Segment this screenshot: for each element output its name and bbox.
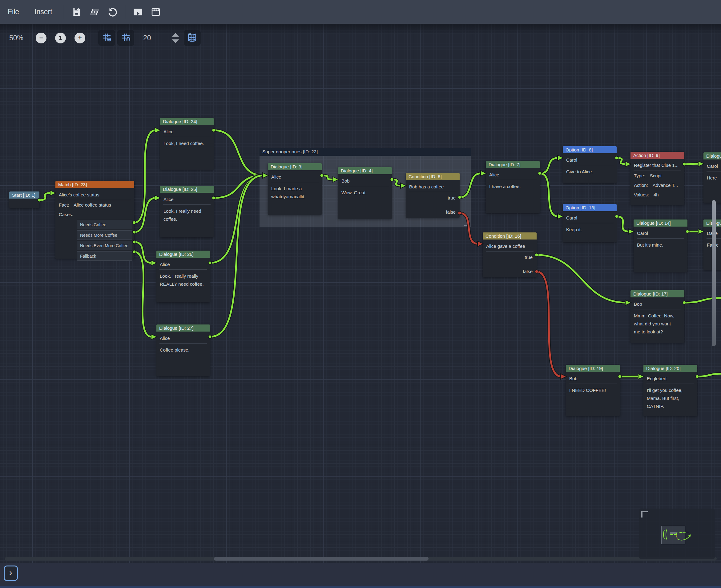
speaker-row: Alice bbox=[268, 171, 322, 182]
zoom-reset-button[interactable]: 1 bbox=[55, 33, 66, 43]
grid-visibility-icon bbox=[102, 32, 112, 43]
text-line: coffee. bbox=[164, 215, 210, 223]
node-dialogue-26[interactable]: Dialogue [ID: 26]AliceLook, I really rea… bbox=[156, 251, 210, 302]
node-option-8[interactable]: Option [ID: 8]CarolGive to Alice. bbox=[563, 146, 617, 183]
undo-button[interactable] bbox=[103, 3, 121, 21]
node-title[interactable]: Dialogue [ID: 27] bbox=[156, 324, 210, 332]
node-body: BobMmm. Coffee. Now,what did you wantme … bbox=[631, 297, 684, 336]
node-title[interactable]: Dialogue [ID: 7] bbox=[486, 161, 540, 168]
node-action-9[interactable]: Action [ID: 9]Register that Clue 1...Typ… bbox=[631, 152, 684, 205]
speaker-row: Bob bbox=[631, 299, 684, 309]
node-title[interactable]: Super dooper ones [ID: 22] bbox=[259, 148, 471, 156]
node-dialogue-19[interactable]: Dialogue [ID: 19]BobI NEED COFFEE! bbox=[566, 365, 620, 416]
node-title[interactable]: Dialogue [ID: 19] bbox=[566, 365, 620, 372]
snap-distance-value[interactable]: 20 bbox=[143, 34, 151, 42]
node-title[interactable]: Dialogue [ID: 25] bbox=[160, 186, 214, 193]
spinner-up-icon[interactable] bbox=[172, 33, 179, 37]
vertical-scrollbar-thumb[interactable] bbox=[712, 200, 716, 346]
graph-toolbar: 50% − 1 + 20 bbox=[9, 29, 203, 46]
text-line: whatdyamacallit. bbox=[271, 193, 318, 201]
node-dialogue-17[interactable]: Dialogue [ID: 17]BobMmm. Coffee. Now,wha… bbox=[631, 290, 684, 343]
spinner-down-icon[interactable] bbox=[172, 39, 179, 43]
case-row[interactable]: Fallback bbox=[77, 251, 132, 261]
node-dialogue-3[interactable]: Dialogue [ID: 3]AliceLook. I made awhatd… bbox=[268, 163, 322, 215]
node-body: AliceCoffee please. bbox=[156, 332, 210, 354]
horizontal-scrollbar[interactable] bbox=[5, 557, 717, 561]
node-condition-6[interactable]: Condition [ID: 6]Bob has a coffeetruefal… bbox=[406, 173, 460, 218]
node-title[interactable]: Dialogue [ID: 17] bbox=[631, 290, 684, 297]
chevron-right-icon: › bbox=[9, 568, 12, 578]
horizontal-scrollbar-thumb[interactable] bbox=[214, 557, 428, 561]
undo-icon bbox=[107, 7, 117, 17]
group-resize-handle[interactable] bbox=[464, 221, 469, 226]
grid-snap-icon bbox=[121, 32, 131, 43]
property-row: Action:Advance T... bbox=[631, 181, 684, 190]
speaker-row: Bob bbox=[566, 373, 620, 383]
node-dialogue-20[interactable]: Dialogue [ID: 20]EnglebertI'll get you c… bbox=[643, 365, 697, 416]
node-title[interactable]: Option [ID: 8] bbox=[563, 146, 617, 153]
case-row[interactable]: Needs Even More Coffee bbox=[77, 241, 132, 250]
case-row[interactable]: Needs More Coffee bbox=[77, 230, 132, 240]
node-dialogue-24[interactable]: Dialogue [ID: 24]AliceLook, I need coffe… bbox=[160, 118, 214, 170]
text-line: Keep it. bbox=[566, 226, 613, 234]
toggle-minimap-button[interactable] bbox=[184, 30, 201, 46]
node-dialogue-27[interactable]: Dialogue [ID: 27]AliceCoffee please. bbox=[156, 324, 210, 376]
node-title[interactable]: Dialogue [ID: 4] bbox=[338, 167, 392, 174]
speaker-row: Bob has a coffee bbox=[406, 181, 460, 192]
speaker-row: Carol bbox=[563, 154, 617, 165]
node-title[interactable]: Option [ID: 13] bbox=[563, 204, 617, 211]
text-line: Mmm. Coffee. Now, bbox=[634, 312, 681, 320]
zoom-out-button[interactable]: − bbox=[36, 33, 46, 43]
property-value: Advance T... bbox=[653, 183, 678, 188]
node-title[interactable]: Dialogue [ID: 3] bbox=[268, 163, 322, 170]
node-dialogue-10[interactable]: DialogueCarolHere bbox=[703, 152, 721, 203]
node-body: CarolBut it's mine. bbox=[634, 227, 687, 249]
remap-button[interactable] bbox=[86, 3, 103, 21]
dialogue-graph-editor: File Insert bbox=[0, 0, 721, 588]
branch-label-true: true bbox=[406, 192, 460, 203]
toggle-grid-button[interactable] bbox=[98, 30, 115, 46]
node-start-1[interactable]: Start [ID: 1] bbox=[9, 191, 39, 208]
node-dialogue-7[interactable]: Dialogue [ID: 7]AliceI have a coffee. bbox=[486, 161, 540, 213]
case-row[interactable]: Needs Coffee bbox=[77, 220, 132, 229]
menu-file[interactable]: File bbox=[0, 8, 27, 16]
node-body: AliceLook. I made awhatdyamacallit. bbox=[268, 170, 322, 201]
node-match-23[interactable]: Match [ID: 23]Alice's coffee statusFact:… bbox=[56, 181, 134, 258]
toolbar-separator bbox=[64, 5, 64, 19]
node-dialogue-4[interactable]: Dialogue [ID: 4]BobWow. Great. bbox=[338, 167, 392, 219]
speaker-row: Carol bbox=[634, 228, 687, 238]
node-title[interactable]: Condition [ID: 6] bbox=[406, 173, 460, 180]
node-title[interactable]: Dialogue [ID: 24] bbox=[160, 118, 214, 125]
node-dialogue-25[interactable]: Dialogue [ID: 25]AliceLook, I really nee… bbox=[160, 186, 214, 237]
node-title[interactable]: Condition [ID: 16] bbox=[483, 232, 536, 239]
graph-canvas[interactable]: Super dooper ones [ID: 22]Start [ID: 1]M… bbox=[0, 24, 721, 563]
text-line: Wow. Great. bbox=[341, 189, 388, 197]
node-title[interactable]: Dialogue [ID: 20] bbox=[643, 365, 697, 372]
new-scene-button[interactable] bbox=[147, 3, 165, 21]
node-condition-16[interactable]: Condition [ID: 16]Alice gave a coffeetru… bbox=[483, 232, 536, 277]
expand-panel-button[interactable]: › bbox=[4, 566, 18, 581]
section-label: Cases: bbox=[56, 210, 134, 219]
node-title[interactable]: Dialogue [ID: 26] bbox=[156, 251, 210, 258]
node-dialogue-14[interactable]: Dialogue [ID: 14]CarolBut it's mine. bbox=[634, 219, 687, 272]
snap-distance-spinner[interactable] bbox=[172, 30, 179, 46]
node-body: Register that Clue 1...Type:ScriptAction… bbox=[631, 159, 684, 200]
toggle-snap-button[interactable] bbox=[117, 30, 134, 46]
node-title[interactable]: Action [ID: 9] bbox=[631, 152, 684, 159]
node-title[interactable]: Dialogue bbox=[703, 152, 721, 160]
dialogue-text: Give to Alice. bbox=[563, 165, 617, 176]
remap-icon bbox=[89, 7, 100, 17]
node-title[interactable]: Start [ID: 1] bbox=[9, 191, 39, 198]
menu-insert[interactable]: Insert bbox=[27, 8, 60, 16]
speaker-row: Bob bbox=[338, 175, 392, 186]
node-title[interactable]: Dialogue [ID: 14] bbox=[634, 219, 687, 227]
play-scene-button[interactable] bbox=[129, 3, 147, 21]
minimap-panel[interactable] bbox=[639, 509, 715, 559]
dialogue-text: I have a coffee. bbox=[486, 180, 540, 191]
save-button[interactable] bbox=[68, 3, 86, 21]
zoom-in-button[interactable]: + bbox=[75, 33, 85, 43]
node-title[interactable]: Match [ID: 23] bbox=[56, 181, 134, 188]
node-option-13[interactable]: Option [ID: 13]CarolKeep it. bbox=[563, 204, 617, 242]
text-line: Look, I really need bbox=[164, 207, 210, 215]
dialogue-text: Here bbox=[703, 171, 721, 182]
